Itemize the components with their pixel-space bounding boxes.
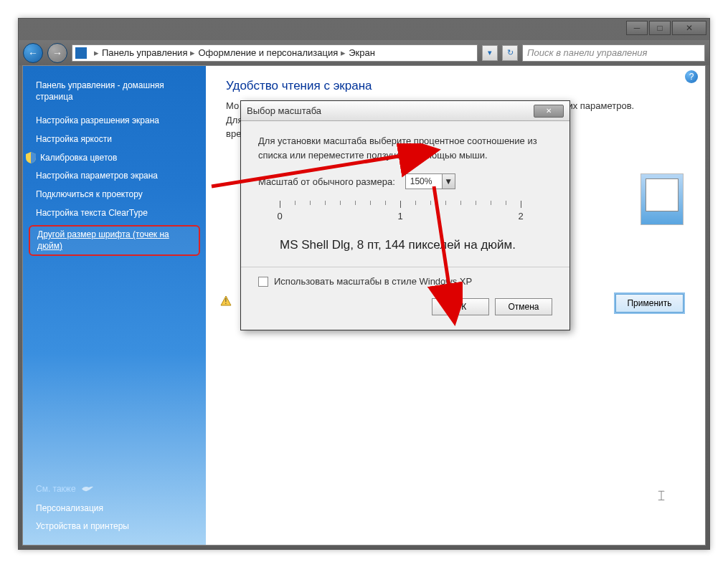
shield-icon <box>26 152 36 163</box>
dialog-description: Для установки масштаба выберите процентн… <box>258 134 552 162</box>
cancel-button[interactable]: Отмена <box>495 298 552 315</box>
chevron-down-icon: ▼ <box>442 174 455 189</box>
search-input[interactable]: Поиск в панели управления <box>522 44 705 62</box>
text-cursor-icon: 𝙸 <box>656 487 666 504</box>
xp-style-checkbox[interactable] <box>258 277 268 287</box>
ok-button[interactable]: ОК <box>432 298 489 315</box>
dialog-title: Выбор масштаба <box>247 105 321 116</box>
see-also-heading: См. также <box>36 484 193 494</box>
page-title: Удобство чтения с экрана <box>226 79 685 93</box>
scale-dialog: Выбор масштаба ✕ Для установки масштаба … <box>240 100 570 330</box>
sidebar-link-custom-dpi[interactable]: Другой размер шрифта (точек на дюйм) <box>29 225 200 256</box>
dialog-titlebar[interactable]: Выбор масштаба ✕ <box>241 101 569 121</box>
control-panel-icon <box>75 47 87 59</box>
sidebar-link-resolution[interactable]: Настройка разрешения экрана <box>23 112 206 130</box>
sidebar-link-label: Калибровка цветов <box>40 153 117 164</box>
ruler[interactable]: 0 1 2 <box>258 198 552 234</box>
dropdown-button[interactable]: ▾ <box>482 45 498 61</box>
ruler-label: 1 <box>397 211 402 221</box>
scale-value: 150% <box>410 176 432 186</box>
sidebar-home-link[interactable]: Панель управления - домашняя страница <box>23 77 206 106</box>
ruler-label: 0 <box>277 211 282 221</box>
sidebar-link-projector[interactable]: Подключиться к проектору <box>23 186 206 204</box>
breadcrumb-item[interactable]: Оформление и персонализация <box>198 47 338 58</box>
address-bar[interactable]: ▸ Панель управления ▸ Оформление и персо… <box>72 44 478 62</box>
svg-text:!: ! <box>225 297 227 305</box>
help-icon[interactable]: ? <box>685 70 698 83</box>
ruler-label: 2 <box>518 211 523 221</box>
scale-select[interactable]: 150% ▼ <box>405 173 455 189</box>
back-button[interactable]: ← <box>23 43 43 63</box>
apply-button[interactable]: Применить <box>615 294 684 313</box>
dialog-close-button[interactable]: ✕ <box>534 105 564 118</box>
divider <box>241 267 569 267</box>
titlebar: ─ □ ✕ <box>19 19 709 40</box>
scale-label: Масштаб от обычного размера: <box>258 176 395 187</box>
toolbar: ← → ▸ Панель управления ▸ Оформление и п… <box>19 40 709 65</box>
sidebar-footer-devices[interactable]: Устройства и принтеры <box>36 518 193 536</box>
warning-icon: ! <box>220 295 232 307</box>
close-button[interactable]: ✕ <box>672 21 706 35</box>
sidebar: Панель управления - домашняя страница На… <box>23 66 206 545</box>
sidebar-footer-personalization[interactable]: Персонализация <box>36 500 193 518</box>
sample-text: MS Shell Dlg, 8 пт, 144 пикселей на дюйм… <box>280 238 552 252</box>
forward-button[interactable]: → <box>47 43 67 63</box>
maximize-button[interactable]: □ <box>649 21 671 35</box>
breadcrumb-item[interactable]: Панель управления <box>102 47 187 58</box>
bird-icon <box>80 484 93 494</box>
sidebar-link-display-settings[interactable]: Настройка параметров экрана <box>23 167 206 186</box>
sidebar-link-calibration[interactable]: Калибровка цветов <box>23 148 206 167</box>
checkbox-label: Использовать масштабы в стиле Windows XP <box>274 276 472 287</box>
preview-thumbnail <box>640 173 684 225</box>
refresh-button[interactable]: ↻ <box>502 45 518 61</box>
sidebar-link-brightness[interactable]: Настройка яркости <box>23 130 206 149</box>
sidebar-link-cleartype[interactable]: Настройка текста ClearType <box>23 204 206 223</box>
minimize-button[interactable]: ─ <box>626 21 648 35</box>
breadcrumb-item[interactable]: Экран <box>349 47 375 58</box>
search-placeholder: Поиск в панели управления <box>527 47 648 58</box>
